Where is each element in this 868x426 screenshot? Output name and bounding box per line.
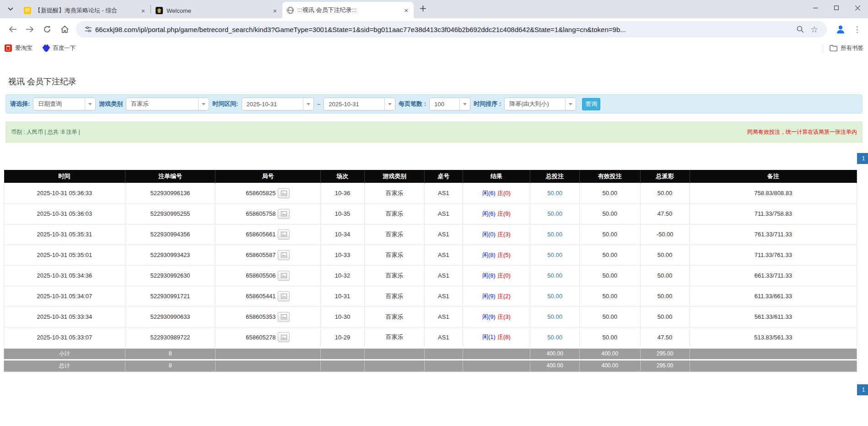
new-tab-button[interactable]: [416, 2, 429, 15]
back-button[interactable]: [5, 22, 20, 37]
result-player: 闲(6): [482, 210, 496, 217]
profile-icon[interactable]: [833, 22, 848, 37]
image-icon: [281, 273, 287, 278]
image-icon: [281, 314, 287, 319]
cell-session: 10-36: [320, 183, 365, 203]
tab-close-icon[interactable]: ×: [140, 7, 147, 14]
home-button[interactable]: [57, 22, 72, 37]
bookmark-item[interactable]: 爱淘宝: [5, 44, 32, 52]
result-player: 闲(8): [482, 272, 496, 279]
tab-close-icon[interactable]: ×: [403, 6, 410, 14]
result-banker: 庄(5): [497, 251, 511, 258]
menu-icon[interactable]: ⋮: [850, 22, 864, 37]
address-bar[interactable]: 66cxkj98.com/ipl/portal.php/game/betreco…: [76, 21, 827, 38]
search-button[interactable]: 查询: [582, 98, 600, 110]
cell-time: 2025-10-31 05:35:31: [4, 224, 125, 245]
round-preview-button[interactable]: [278, 332, 290, 342]
table-row: 2025-10-31 05:34:36 522930992630 6586055…: [4, 265, 857, 286]
sort-order-select[interactable]: 降幂(由大到小): [504, 98, 576, 110]
summary-bar: 币别 : 人民币 | 总共 :8 注单 | 同局有效投注，统一计算在该局第一张注…: [5, 121, 863, 143]
cell-result: 闲(9)庄(3): [463, 306, 530, 327]
round-number: 658605278: [246, 334, 275, 341]
cell-session: 10-31: [320, 286, 365, 306]
table-row: 2025-10-31 05:36:03 522930995255 6586057…: [4, 203, 857, 224]
all-bookmarks[interactable]: 所有书签: [823, 44, 863, 53]
cell-result: 闲(6)庄(9): [463, 203, 530, 224]
page-size-label: 每页笔数 :: [399, 100, 426, 108]
total-bet-link[interactable]: 50.00: [547, 210, 562, 217]
date-from-select[interactable]: 2025-10-31: [242, 98, 314, 110]
cell-table-no: AS1: [424, 203, 463, 224]
round-preview-button[interactable]: [278, 291, 290, 301]
cell-bet-id: 522930991721: [125, 286, 216, 306]
cell-remark: 758.83/808.83: [690, 183, 857, 203]
browser-tab[interactable]: Welcome ×: [151, 3, 282, 18]
page-content: 视讯 会员下注纪录 请选择: 日期查询 游戏类别 百家乐 时间区间: 2025-…: [0, 76, 868, 395]
browser-tab[interactable]: :::视讯 会员下注纪录::: ×: [282, 2, 414, 18]
forward-button[interactable]: [22, 22, 38, 37]
tab-search-button[interactable]: [4, 2, 17, 16]
cell-bet-id: 522930994356: [125, 224, 216, 245]
total-bet-link[interactable]: 50.00: [547, 272, 562, 279]
cell-valid-bet: 50.00: [580, 245, 640, 265]
summary-row: 小计 8 400.00 400.00 295.00: [4, 348, 857, 360]
tune-icon[interactable]: [85, 26, 92, 33]
page-size-select[interactable]: 100: [429, 98, 470, 110]
summary-total-bet: 400.00: [530, 348, 580, 360]
summary-total-bet: 400.00: [530, 360, 580, 371]
maximize-button[interactable]: [826, 0, 847, 16]
cell-time: 2025-10-31 05:36:03: [4, 203, 125, 224]
round-preview-button[interactable]: [278, 188, 290, 198]
game-type-select[interactable]: 百家乐: [126, 98, 209, 110]
total-bet-link[interactable]: 50.00: [547, 251, 562, 258]
total-bet-link[interactable]: 50.00: [547, 334, 562, 341]
home-icon: [61, 26, 69, 33]
column-header: 备注: [690, 170, 857, 183]
date-to-select[interactable]: 2025-10-31: [323, 98, 395, 110]
round-preview-button[interactable]: [278, 271, 290, 281]
table-footer: 小计 8 400.00 400.00 295.00 总计 8 400.00 40…: [4, 348, 857, 371]
round-preview-button[interactable]: [278, 250, 290, 260]
url-text[interactable]: 66cxkj98.com/ipl/portal.php/game/betreco…: [95, 26, 793, 33]
bookmark-star-icon[interactable]: ☆: [810, 24, 818, 35]
chevron-down-icon: [8, 7, 13, 11]
cell-round: 658605441: [216, 286, 320, 306]
close-button[interactable]: [847, 0, 868, 16]
round-number: 658605825: [246, 190, 275, 197]
minimize-button[interactable]: [805, 0, 826, 16]
tab-favicon: [24, 7, 31, 14]
cell-round: 658605661: [216, 224, 320, 245]
query-type-select[interactable]: 日期查询: [33, 98, 96, 110]
column-header: 时间: [4, 170, 125, 183]
round-preview-button[interactable]: [278, 209, 290, 219]
column-header: 局号: [216, 170, 320, 183]
tab-close-icon[interactable]: ×: [271, 7, 279, 14]
cell-payout: 47.50: [640, 203, 690, 224]
total-bet-link[interactable]: 50.00: [547, 313, 562, 320]
reload-button[interactable]: [39, 22, 55, 37]
cell-bet-id: 522930996136: [125, 183, 216, 203]
summary-payout: 295.00: [640, 348, 690, 360]
cell-time: 2025-10-31 05:36:33: [4, 183, 125, 203]
result-player: 闲(8): [482, 251, 496, 258]
window-controls: [805, 0, 868, 16]
bookmark-item[interactable]: 百度一下: [43, 44, 76, 52]
zoom-icon[interactable]: [797, 26, 804, 33]
browser-window: 【新提醒】海燕策略论坛 - 综合 × Welcome × :::视讯 会员下注纪…: [0, 0, 868, 395]
bet-records-table: 时间注单编号局号场次游戏类别桌号结果总投注有效投注总派彩备注 2025-10-3…: [4, 170, 857, 372]
total-bet-link[interactable]: 50.00: [547, 190, 562, 197]
browser-tab[interactable]: 【新提醒】海燕策略论坛 - 综合 ×: [19, 3, 151, 18]
cell-bet-id: 522930993423: [125, 245, 216, 265]
result-player: 闲(9): [482, 313, 496, 320]
total-bet-link[interactable]: 50.00: [547, 293, 562, 300]
round-preview-button[interactable]: [278, 312, 290, 322]
cell-result: 闲(1)庄(8): [463, 327, 530, 348]
reload-icon: [43, 26, 51, 33]
image-icon: [281, 252, 287, 257]
round-preview-button[interactable]: [278, 229, 290, 240]
cell-time: 2025-10-31 05:33:07: [4, 327, 125, 348]
total-bet-link[interactable]: 50.00: [547, 231, 562, 238]
page-1-button[interactable]: 1: [857, 153, 868, 164]
pagination-top: 1: [5, 153, 863, 164]
page-1-button[interactable]: 1: [857, 384, 868, 395]
